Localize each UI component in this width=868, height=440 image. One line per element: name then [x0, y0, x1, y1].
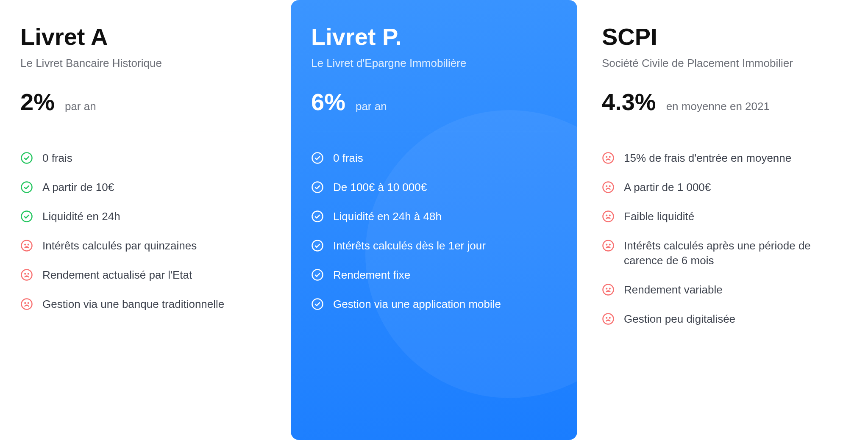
sad-face-icon: [602, 313, 615, 325]
rate-value: 4.3%: [602, 90, 656, 114]
check-circle-icon: [311, 268, 324, 281]
plan-scpi: SCPI Société Civile de Placement Immobil…: [581, 0, 868, 440]
rate-value: 6%: [311, 90, 345, 114]
svg-point-32: [609, 288, 610, 289]
feature-text: Intérêts calculés après une période de c…: [624, 238, 848, 268]
plan-title: SCPI: [602, 24, 848, 50]
feature-text: Rendement variable: [624, 282, 723, 297]
feature-text: Liquidité en 24h à 48h: [333, 209, 442, 224]
feature-text: Intérêts calculés dès le 1er jour: [333, 238, 486, 253]
svg-point-20: [609, 156, 610, 158]
feature-text: Gestion via une banque traditionnelle: [42, 297, 224, 312]
plan-title: Livret P.: [311, 24, 557, 50]
svg-point-14: [312, 211, 323, 221]
svg-point-27: [603, 240, 614, 251]
list-item: 0 frais: [311, 151, 557, 166]
list-item: A partir de 10€: [20, 180, 266, 195]
svg-point-22: [606, 185, 607, 187]
feature-text: De 100€ à 10 000€: [333, 180, 427, 195]
list-item: Faible liquidité: [602, 209, 848, 224]
svg-point-7: [25, 273, 26, 274]
check-circle-icon: [20, 210, 33, 223]
svg-point-16: [312, 269, 323, 280]
check-circle-icon: [311, 298, 324, 310]
svg-point-3: [22, 240, 32, 251]
list-item: Intérêts calculés dès le 1er jour: [311, 238, 557, 253]
list-item: Gestion peu digitalisée: [602, 312, 848, 327]
svg-point-6: [22, 269, 32, 280]
list-item: Intérêts calculés par quinzaines: [20, 238, 266, 253]
divider: [602, 132, 848, 132]
feature-text: Gestion via une application mobile: [333, 297, 501, 312]
svg-point-15: [312, 240, 323, 251]
rate-row: 2% par an: [20, 90, 266, 114]
svg-point-11: [28, 302, 29, 304]
svg-point-28: [606, 244, 607, 245]
feature-text: Rendement fixe: [333, 268, 410, 282]
svg-point-19: [606, 156, 607, 158]
svg-point-13: [312, 182, 323, 192]
list-item: Liquidité en 24h à 48h: [311, 209, 557, 224]
check-circle-icon: [311, 210, 324, 223]
divider: [20, 132, 266, 132]
check-circle-icon: [20, 152, 33, 164]
svg-point-17: [312, 299, 323, 310]
list-item: Rendement variable: [602, 282, 848, 297]
rate-unit: en moyenne en 2021: [666, 100, 770, 113]
sad-face-icon: [602, 239, 615, 252]
feature-text: Gestion peu digitalisée: [624, 312, 735, 327]
svg-point-2: [22, 211, 32, 221]
svg-point-1: [22, 182, 32, 192]
feature-text: 0 frais: [42, 151, 72, 166]
sad-face-icon: [20, 239, 33, 252]
svg-point-25: [606, 215, 607, 216]
check-circle-icon: [20, 181, 33, 194]
svg-point-4: [25, 244, 26, 245]
svg-point-21: [603, 182, 614, 192]
feature-text: A partir de 10€: [42, 180, 114, 195]
list-item: De 100€ à 10 000€: [311, 180, 557, 195]
sad-face-icon: [602, 181, 615, 194]
feature-text: Liquidité en 24h: [42, 209, 120, 224]
feature-text: Faible liquidité: [624, 209, 694, 224]
svg-point-24: [603, 211, 614, 221]
check-circle-icon: [311, 152, 324, 164]
sad-face-icon: [602, 210, 615, 223]
rate-unit: par an: [356, 100, 387, 113]
feature-list: 0 frais De 100€ à 10 000€ Liquidité en 2…: [311, 151, 557, 312]
rate-value: 2%: [20, 90, 55, 114]
svg-point-33: [603, 314, 614, 324]
list-item: Rendement fixe: [311, 268, 557, 282]
check-circle-icon: [311, 181, 324, 194]
svg-point-0: [22, 152, 32, 163]
svg-point-18: [603, 152, 614, 163]
list-item: Intérêts calculés après une période de c…: [602, 238, 848, 268]
plan-subtitle: Société Civile de Placement Immobilier: [602, 57, 848, 70]
list-item: Rendement actualisé par l'Etat: [20, 268, 266, 282]
feature-text: 15% de frais d'entrée en moyenne: [624, 151, 791, 166]
svg-point-5: [28, 244, 29, 245]
list-item: A partir de 1 000€: [602, 180, 848, 195]
rate-row: 4.3% en moyenne en 2021: [602, 90, 848, 114]
svg-point-29: [609, 244, 610, 245]
list-item: Gestion via une banque traditionnelle: [20, 297, 266, 312]
rate-unit: par an: [65, 100, 96, 113]
svg-point-23: [609, 185, 610, 187]
check-circle-icon: [311, 239, 324, 252]
svg-point-12: [312, 152, 323, 163]
svg-point-26: [609, 215, 610, 216]
svg-point-10: [25, 302, 26, 304]
feature-text: 0 frais: [333, 151, 363, 166]
svg-point-31: [606, 288, 607, 289]
feature-list: 15% de frais d'entrée en moyenne A parti…: [602, 151, 848, 327]
feature-list: 0 frais A partir de 10€ Liquidité en 24h…: [20, 151, 266, 312]
feature-text: Intérêts calculés par quinzaines: [42, 238, 197, 253]
plan-title: Livret A: [20, 24, 266, 50]
list-item: 15% de frais d'entrée en moyenne: [602, 151, 848, 166]
sad-face-icon: [20, 298, 33, 310]
svg-point-9: [22, 299, 32, 310]
plan-livret-p: Livret P. Le Livret d'Epargne Immobilièr…: [291, 0, 577, 440]
sad-face-icon: [602, 152, 615, 164]
divider: [311, 132, 557, 132]
plan-subtitle: Le Livret Bancaire Historique: [20, 57, 266, 70]
